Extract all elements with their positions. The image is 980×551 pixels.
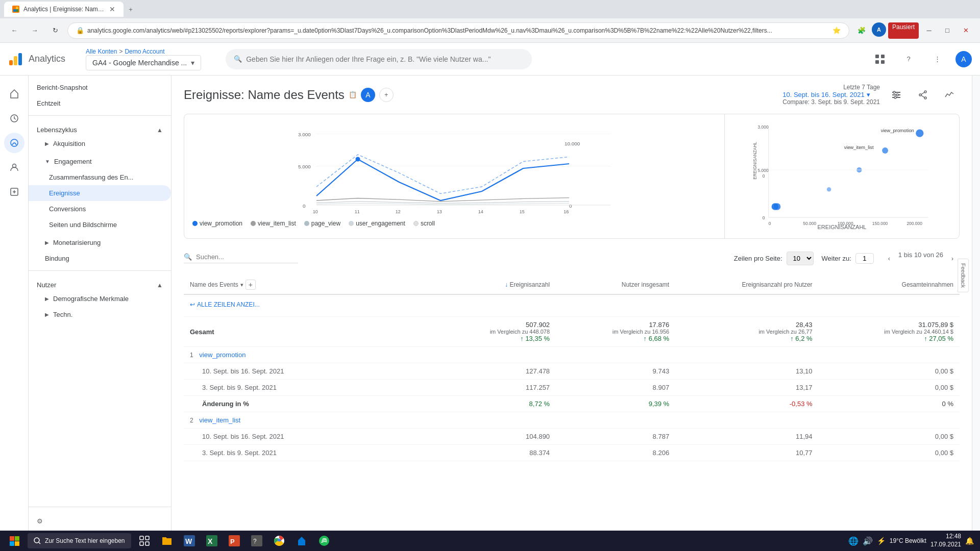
maximize-btn[interactable]: □ xyxy=(939,22,955,39)
taskbar-sound-icon[interactable]: 🔊 xyxy=(863,536,873,546)
sidebar-item-techn[interactable]: ▶ Techn. xyxy=(29,307,171,322)
active-tab[interactable]: Analytics | Ereignisse: Name des ✕ xyxy=(4,2,124,17)
profile-btn[interactable]: A xyxy=(872,22,886,37)
sidebar-item-echtzeit[interactable]: Echtzeit xyxy=(29,95,171,111)
taskbar-app-spotify[interactable] xyxy=(314,532,334,550)
legend-dot-page-view xyxy=(304,221,309,226)
legend-scroll[interactable]: scroll xyxy=(413,220,435,227)
taskbar-app-ppt[interactable]: P xyxy=(224,532,244,550)
rows-per-page: Zeilen pro Seite: 10 25 50 xyxy=(734,252,814,265)
svg-rect-8 xyxy=(881,55,885,58)
col-event-filter-icon[interactable]: ▾ xyxy=(240,282,243,288)
feedback-button[interactable]: Feedback xyxy=(958,259,969,292)
save-page-icon[interactable]: 📋 xyxy=(349,91,357,98)
prev-page-button[interactable]: ‹ xyxy=(882,251,896,265)
col-header-ereignisanzahl[interactable]: ↓ Ereignisanzahl xyxy=(431,276,556,294)
row-1-p1-ereignisanzahl: 127.478 xyxy=(431,363,556,380)
breadcrumb-accounts[interactable]: Alle Konten xyxy=(86,48,117,55)
lebenszyklus-header[interactable]: Lebenszyklus ▲ xyxy=(29,120,171,136)
col-header-gesamteinnahmen[interactable]: Gesamteinnahmen xyxy=(819,276,960,294)
taskbar-app-files[interactable] xyxy=(157,532,177,550)
more-options-icon[interactable]: ⋮ xyxy=(927,49,947,69)
property-selector[interactable]: GA4 - Google Merchandise ... ▾ xyxy=(86,55,201,70)
address-bar[interactable]: 🔒 analytics.google.com/analytics/web/#p2… xyxy=(67,22,849,39)
svg-text:13: 13 xyxy=(437,209,442,214)
taskbar-app-chrome[interactable] xyxy=(269,532,289,550)
taskbar-clock[interactable]: 12:48 17.09.2021 xyxy=(930,533,961,548)
global-search-box[interactable]: 🔍 xyxy=(226,49,532,69)
row-1-event-link[interactable]: view_promotion xyxy=(199,351,246,359)
lifecycle-icon[interactable] xyxy=(4,133,24,153)
taskbar-app-unknown[interactable]: ? xyxy=(247,532,267,550)
table-row-1-period1: 10. Sept. bis 16. Sept. 2021 127.478 9.7… xyxy=(184,363,960,380)
svg-point-20 xyxy=(894,96,896,98)
sidebar-item-zusammenfassung[interactable]: Zusammenfassung des En... xyxy=(29,169,171,185)
legend-view-promotion[interactable]: view_promotion xyxy=(192,220,242,227)
taskbar-app-excel[interactable]: X xyxy=(202,532,222,550)
customize-report-icon[interactable] xyxy=(886,85,906,105)
col-header-nutzer[interactable]: Nutzer insgesamt xyxy=(556,276,675,294)
breadcrumb-property[interactable]: Demo Account xyxy=(125,48,164,55)
total-row: Gesamt 507.902 im Vergleich zu 448.078 ↑… xyxy=(184,317,960,347)
start-button[interactable] xyxy=(2,532,27,550)
sidebar-item-conversions[interactable]: Conversions xyxy=(29,201,171,217)
realtime-icon[interactable] xyxy=(4,108,24,129)
taskbar-search[interactable]: Zur Suche Text hier eingeben xyxy=(28,533,131,548)
main-content: Ereignisse: Name des Events 📋 A + Letzte… xyxy=(172,76,972,551)
sidebar-item-ereignisse[interactable]: Ereignisse xyxy=(29,185,171,201)
goto-input[interactable] xyxy=(855,253,874,264)
minimize-btn[interactable]: ─ xyxy=(921,22,937,39)
close-btn[interactable]: ✕ xyxy=(958,22,974,39)
legend-view-item-list[interactable]: view_item_list xyxy=(251,220,296,227)
sidebar-item-akquisition[interactable]: ▶ Akquisition xyxy=(29,136,171,152)
all-rows-link[interactable]: ↩ ALLE ZEILEN ANZEI... xyxy=(190,299,953,312)
share-icon[interactable] xyxy=(913,85,933,105)
date-range-value[interactable]: 10. Sept. bis 16. Sept. 2021 ▾ xyxy=(782,91,880,98)
user-avatar[interactable]: A xyxy=(955,51,972,67)
user-icon[interactable] xyxy=(4,157,24,178)
explore-icon[interactable] xyxy=(4,182,24,202)
user-circle-icon[interactable]: A xyxy=(361,88,375,102)
taskbar-app-task-view[interactable] xyxy=(134,532,155,550)
home-icon[interactable] xyxy=(4,84,24,104)
legend-user-engagement[interactable]: user_engagement xyxy=(349,220,405,227)
sidebar-item-demografische[interactable]: ▶ Demografische Merkmale xyxy=(29,291,171,307)
legend-page-view[interactable]: page_view xyxy=(304,220,340,227)
taskbar-app-word[interactable]: W xyxy=(179,532,200,550)
sidebar-item-monetarisierung[interactable]: ▶ Monetarisierung xyxy=(29,235,171,251)
add-column-button[interactable]: + xyxy=(246,280,256,290)
row-2-event-link[interactable]: view_item_list xyxy=(199,416,240,424)
table-search-area[interactable]: 🔍 xyxy=(184,253,298,263)
tab-close-button[interactable]: ✕ xyxy=(109,5,115,13)
col-header-pro-nutzer[interactable]: Ereignisanzahl pro Nutzer xyxy=(675,276,818,294)
taskbar-app-store[interactable] xyxy=(291,532,312,550)
sidebar-item-bindung[interactable]: Bindung xyxy=(29,251,171,266)
help-icon[interactable]: ? xyxy=(898,49,919,69)
table-search-input[interactable] xyxy=(196,253,298,261)
settings-item[interactable]: ⚙ xyxy=(37,513,163,529)
notification-bell-icon[interactable]: 🔔 xyxy=(965,537,974,545)
nutzer-header[interactable]: Nutzer ▲ xyxy=(29,275,171,291)
extensions-btn[interactable]: 🧩 xyxy=(853,22,870,39)
svg-rect-66 xyxy=(10,541,14,546)
back-button[interactable]: ← xyxy=(6,22,22,39)
global-search-input[interactable] xyxy=(246,55,524,63)
sidebar-item-bericht-snapshot[interactable]: Bericht-Snapshot xyxy=(29,80,171,95)
col-nutzer-label: Nutzer insgesamt xyxy=(622,281,669,288)
new-tab-button[interactable]: + xyxy=(124,2,138,16)
echtzeit-label: Echtzeit xyxy=(37,99,60,107)
add-comparison-button[interactable]: + xyxy=(379,88,394,102)
taskbar-network-icon[interactable]: 🌐 xyxy=(848,536,859,546)
rows-per-page-select[interactable]: 10 25 50 xyxy=(787,252,814,265)
forward-button[interactable]: → xyxy=(27,22,43,39)
svg-rect-0 xyxy=(13,7,16,9)
apps-icon[interactable] xyxy=(870,49,890,69)
sidebar-item-engagement[interactable]: ▼ Engagement xyxy=(29,154,171,169)
extension-badge[interactable]: Pausiert xyxy=(888,22,919,39)
svg-text:EREIGNISANZAHL: EREIGNISANZAHL xyxy=(752,142,757,180)
sidebar-item-seiten[interactable]: Seiten und Bildschirme xyxy=(29,217,171,233)
insights-icon[interactable] xyxy=(939,85,960,105)
refresh-button[interactable]: ↻ xyxy=(47,22,63,39)
col-header-event-name[interactable]: Name des Events ▾ + xyxy=(184,276,431,294)
taskbar-battery-icon[interactable]: ⚡ xyxy=(877,537,886,545)
